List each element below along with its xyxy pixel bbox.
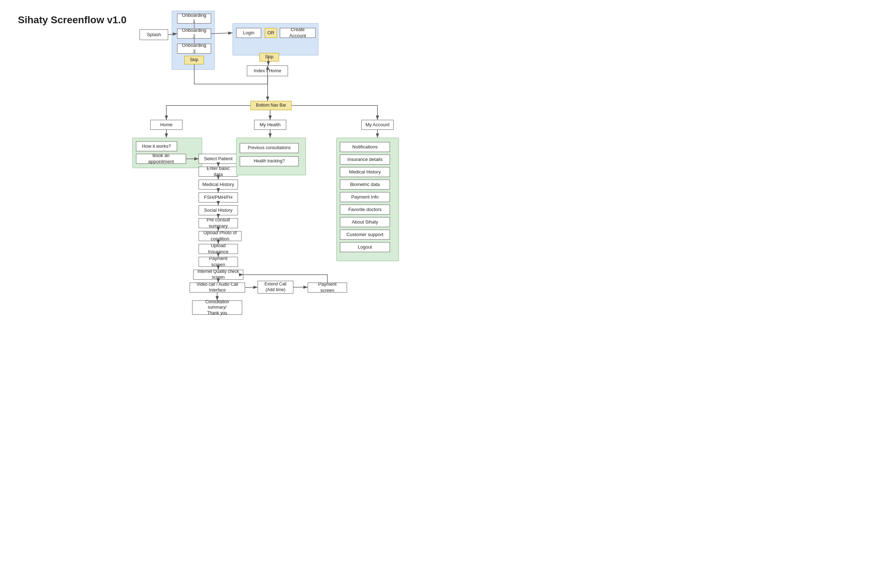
- onboarding2-box: Onboarding 2: [177, 28, 211, 39]
- consult-summary-box: Consultation summary/ Thank you: [192, 300, 242, 315]
- select-patient-box: Select Patient: [199, 154, 238, 164]
- skip1-box[interactable]: Skip: [184, 56, 204, 64]
- bottom-nav-bar-box[interactable]: Bottom Nav Bar: [250, 101, 292, 110]
- payment-screen1-box: Payment screen: [199, 257, 238, 267]
- upload-insurance-box: Upload Insurance: [199, 244, 238, 254]
- svg-line-20: [245, 287, 258, 288]
- favorite-doctors-box: Favorite doctors: [340, 205, 390, 214]
- page-title: Sihaty Screenflow v1.0: [18, 14, 126, 26]
- social-history-box: Social History: [199, 205, 238, 215]
- fsh-pmh-fh-box: FSH/PMH/FH: [199, 192, 238, 202]
- my-account-box: My Account: [362, 120, 393, 130]
- health-tracking-box: Health tracking?: [240, 156, 299, 166]
- onboarding1-box: Onboarding 1: [177, 14, 211, 24]
- login-box: Login: [236, 28, 261, 38]
- flow-arrows: [0, 0, 888, 588]
- my-health-box: My Health: [254, 120, 286, 130]
- previous-consultations-box: Previous consultations: [240, 143, 299, 153]
- notifications-box: Notifications: [340, 142, 390, 152]
- pre-consult-summary-box: Pre consult summary: [199, 218, 238, 228]
- create-account-box: Create Account: [280, 28, 315, 38]
- extend-call-box: Extend Call (Add time): [258, 281, 293, 294]
- biometric-data-box: Biometric data: [340, 180, 390, 189]
- internet-quality-box: Internet Quality check screen: [193, 270, 243, 280]
- book-appointment-box: Book an appointment: [136, 154, 186, 164]
- skip2-box[interactable]: Skip: [260, 53, 279, 62]
- about-sihaty-box: About Sihaty: [340, 217, 390, 227]
- home-box: Home: [150, 120, 183, 130]
- splash-box: Splash: [140, 29, 168, 40]
- onboarding3-box: Onboarding 3: [177, 44, 211, 54]
- payment-info-box: Payment Info: [340, 192, 390, 202]
- video-call-box: Video call / Audio Call Interface: [190, 282, 245, 292]
- index-home-box: Index / Home: [247, 66, 288, 76]
- enter-basic-data-box: Enter basic data: [199, 166, 238, 177]
- how-it-works-box: How it works?: [136, 141, 177, 151]
- medical-history-flow-box: Medical History: [199, 180, 238, 189]
- or-box: OR: [265, 28, 277, 38]
- insurance-details-box: Insurance details: [340, 154, 390, 165]
- customer-support-box: Customer support: [340, 230, 390, 240]
- upload-photo-box: Upload Photo of condition: [199, 231, 242, 241]
- logout-box: Logout: [340, 242, 390, 252]
- payment-screen2-box: Payment screen: [308, 282, 347, 292]
- med-hist-account-box: Medical History: [340, 167, 390, 177]
